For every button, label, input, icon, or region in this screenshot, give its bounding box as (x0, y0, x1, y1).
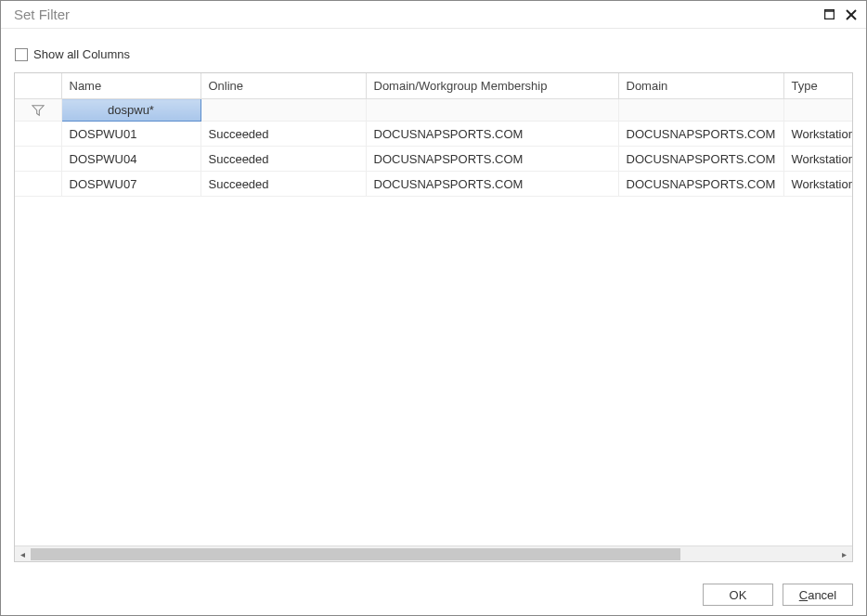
cell-type: Workstation (783, 147, 853, 172)
titlebar: Set Filter (1, 1, 866, 29)
column-header-name[interactable]: Name (61, 73, 201, 99)
filter-input-type[interactable] (783, 99, 853, 122)
grid-table: Name Online Domain/Workgroup Membership … (15, 73, 853, 197)
show-all-columns-row: Show all Columns (14, 47, 853, 61)
cell-online: Succeeded (201, 172, 366, 197)
cell-domain: DOCUSNAPSPORTS.COM (618, 122, 783, 147)
maximize-button[interactable] (822, 7, 836, 22)
cell-domain: DOCUSNAPSPORTS.COM (618, 172, 783, 197)
data-grid: Name Online Domain/Workgroup Membership … (14, 72, 853, 562)
table-row[interactable]: DOSPWU07 Succeeded DOCUSNAPSPORTS.COM DO… (15, 172, 853, 197)
titlebar-controls (822, 7, 859, 22)
show-all-columns-checkbox[interactable] (15, 48, 28, 61)
cell-domain-membership: DOCUSNAPSPORTS.COM (366, 122, 618, 147)
table-row[interactable]: DOSPWU04 Succeeded DOCUSNAPSPORTS.COM DO… (15, 147, 853, 172)
scroll-thumb[interactable] (31, 548, 680, 560)
horizontal-scrollbar[interactable]: ◂ ▸ (15, 545, 852, 561)
cell-name: DOSPWU04 (61, 147, 201, 172)
show-all-columns-label[interactable]: Show all Columns (33, 47, 130, 61)
column-header-icon[interactable] (15, 73, 61, 99)
cell-type: Workstation (783, 172, 853, 197)
column-header-domain-membership[interactable]: Domain/Workgroup Membership (366, 73, 618, 99)
content: Show all Columns Name Online Domain/Work… (1, 29, 866, 562)
grid-header: Name Online Domain/Workgroup Membership … (15, 73, 853, 99)
column-header-type[interactable]: Type (783, 73, 853, 99)
scroll-right-arrow[interactable]: ▸ (836, 546, 852, 562)
cell-name: DOSPWU07 (61, 172, 201, 197)
table-row[interactable]: DOSPWU01 Succeeded DOCUSNAPSPORTS.COM DO… (15, 122, 853, 147)
cell-type: Workstation (783, 122, 853, 147)
window-title: Set Filter (14, 6, 822, 22)
cell-name: DOSPWU01 (61, 122, 201, 147)
cell-domain-membership: DOCUSNAPSPORTS.COM (366, 147, 618, 172)
cell-online: Succeeded (201, 122, 366, 147)
filter-input-online[interactable] (201, 99, 366, 122)
cell-domain-membership: DOCUSNAPSPORTS.COM (366, 172, 618, 197)
funnel-icon (15, 104, 61, 117)
filter-input-name[interactable]: dospwu* (61, 99, 201, 122)
column-header-domain[interactable]: Domain (618, 73, 783, 99)
scroll-left-arrow[interactable]: ◂ (15, 546, 31, 562)
scroll-track[interactable] (31, 546, 836, 562)
ok-button[interactable]: OK (703, 584, 773, 606)
filter-row: dospwu* (15, 99, 853, 122)
cancel-button[interactable]: Cancel (783, 584, 853, 606)
filter-icon-cell[interactable] (15, 99, 61, 122)
cell-online: Succeeded (201, 147, 366, 172)
cell-domain: DOCUSNAPSPORTS.COM (618, 147, 783, 172)
filter-input-domain-membership[interactable] (366, 99, 618, 122)
filter-input-domain[interactable] (618, 99, 783, 122)
column-header-online[interactable]: Online (201, 73, 366, 99)
dialog-footer: OK Cancel (703, 584, 853, 606)
close-button[interactable] (844, 7, 859, 22)
